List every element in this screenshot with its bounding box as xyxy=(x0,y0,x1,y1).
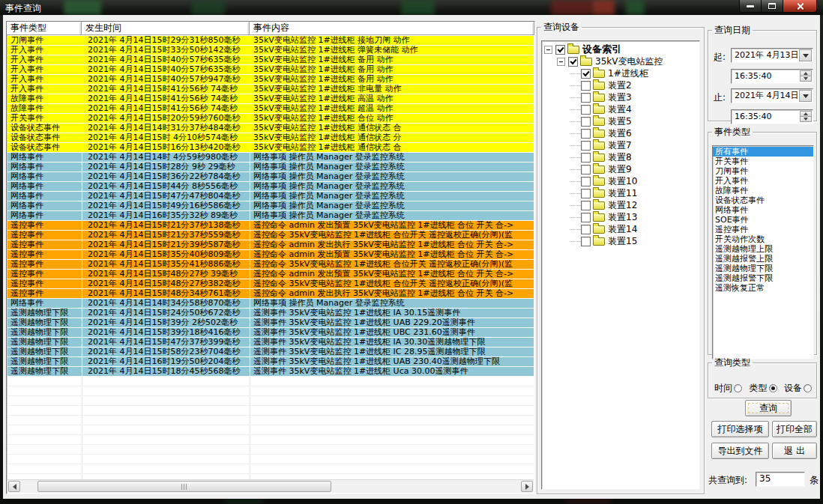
tree-item[interactable]: 装置14 xyxy=(542,223,699,235)
table-row[interactable]: 遥测越物理下限2021年 4月14日15时24分50秒672毫秒遥测事件 35k… xyxy=(7,309,534,318)
tree-item[interactable]: 装置13 xyxy=(542,211,699,223)
dropdown-button[interactable] xyxy=(799,90,812,102)
table-row[interactable]: 遥测越物理下限2021年 4月14日15时58分23秒704毫秒遥测事件 35k… xyxy=(7,347,534,357)
table-row[interactable]: 遥测越物理下限2021年 4月14日16时19分50秒204毫秒遥测事件 35k… xyxy=(7,357,534,367)
horizontal-scrollbar[interactable] xyxy=(7,479,534,493)
checkbox[interactable] xyxy=(581,201,591,210)
tree-item[interactable]: 装置6 xyxy=(542,127,699,139)
table-row[interactable]: 遥控事件2021年 4月14日15时35分41秒886毫秒遥控命令 35kV变电… xyxy=(7,260,534,270)
result-count-field[interactable]: 35 xyxy=(756,472,805,487)
checkbox[interactable] xyxy=(581,237,591,246)
minimize-button[interactable] xyxy=(739,0,762,13)
table-row[interactable]: 遥控事件2021年 4月14日15时48分27秒 39毫秒遥控命令 admin … xyxy=(7,270,534,279)
query-type-radio[interactable]: 设备 xyxy=(784,382,812,395)
start-time-spinner[interactable]: 16:35:40 xyxy=(731,69,813,84)
event-type-option[interactable]: 遥测越报警上限 xyxy=(713,254,813,264)
checkbox[interactable] xyxy=(581,225,591,234)
tree-item[interactable]: 装置11 xyxy=(542,187,699,199)
checkbox[interactable] xyxy=(555,45,565,55)
dropdown-button[interactable] xyxy=(799,49,812,61)
checkbox[interactable] xyxy=(581,153,591,163)
start-date-dropdown[interactable]: 2021年 4月13日 xyxy=(731,48,813,63)
tree-item[interactable]: 装置10 xyxy=(542,175,699,187)
checkbox[interactable] xyxy=(581,81,591,91)
radio-button-icon[interactable] xyxy=(769,384,777,392)
tree-item[interactable]: 装置8 xyxy=(542,151,699,163)
tree-item[interactable]: 装置5 xyxy=(542,115,699,127)
tree-item[interactable]: 装置4 xyxy=(542,103,699,115)
table-row[interactable]: 网络事件2021年 4月14日15时36分22秒784毫秒网络事项 操作员 Ma… xyxy=(7,172,534,182)
event-type-listbox[interactable]: 所有事件开关事件刀闸事件开入事件故障事件设备状态事件网络事件SOE事件遥控事件开… xyxy=(712,145,814,359)
table-row[interactable]: 刀闸事件2021年 4月14日15时29分31秒850毫秒35kV变电站监控 1… xyxy=(7,36,534,46)
column-header-time[interactable]: 发生时间 xyxy=(82,22,250,35)
table-row[interactable]: 开入事件2021年 4月14日15时41分56秒 74毫秒35kV变电站监控 1… xyxy=(7,85,534,94)
checkbox[interactable] xyxy=(581,213,591,222)
table-row[interactable]: 故障事件2021年 4月14日15时41分56秒 74毫秒35kV变电站监控 1… xyxy=(7,104,534,114)
table-row[interactable]: 设备状态事件2021年 4月14日15时 4分10秒574毫秒35kV变电站监控… xyxy=(7,133,534,143)
checkbox[interactable] xyxy=(581,105,591,115)
checkbox[interactable] xyxy=(581,93,591,103)
table-row[interactable]: 网络事件2021年 4月14日15时28分 9秒 29毫秒网络事项 操作员 Ma… xyxy=(7,163,534,172)
event-type-option[interactable]: 刀闸事件 xyxy=(713,166,813,176)
tree-item[interactable]: 装置2 xyxy=(542,79,699,91)
checkbox[interactable] xyxy=(581,141,591,151)
table-row[interactable]: 设备状态事件2021年 4月14日14时31分37秒484毫秒35kV变电站监控… xyxy=(7,124,534,133)
tree-item[interactable]: 设备索引 xyxy=(542,43,699,55)
event-type-option[interactable]: 设备状态事件 xyxy=(713,195,813,205)
table-row[interactable]: 遥测越物理下限2021年 4月14日15时39分18秒416毫秒遥测事件 35k… xyxy=(7,328,534,338)
event-type-option[interactable]: 遥测越物理下限 xyxy=(713,264,813,273)
event-type-option[interactable]: 开关动作次数 xyxy=(713,234,813,244)
scroll-left-button[interactable] xyxy=(8,481,20,492)
table-row[interactable]: 故障事件2021年 4月14日15时41分56秒 74毫秒35kV变电站监控 1… xyxy=(7,94,534,104)
checkbox[interactable] xyxy=(568,57,578,67)
tree-item[interactable]: 装置15 xyxy=(542,235,699,247)
event-type-option[interactable]: 网络事件 xyxy=(713,205,813,215)
tree-item[interactable]: 装置12 xyxy=(542,199,699,211)
checkbox[interactable] xyxy=(581,177,591,186)
query-type-radio[interactable]: 类型 xyxy=(750,382,777,395)
tree-item[interactable]: 35kV变电站监控 xyxy=(542,55,699,67)
scroll-right-button[interactable] xyxy=(521,481,533,492)
checkbox[interactable] xyxy=(581,69,591,79)
table-row[interactable]: 遥控事件2021年 4月14日15时35分40秒809毫秒遥控命令 admin … xyxy=(7,250,534,260)
exit-button[interactable]: 退 出 xyxy=(772,443,817,459)
print-selected-button[interactable]: 打印选择项 xyxy=(711,421,769,437)
table-row[interactable]: 开入事件2021年 4月14日15时40分57秒947毫秒35kV变电站监控 1… xyxy=(7,75,534,85)
tree-expander-icon[interactable] xyxy=(544,46,552,54)
tree-item[interactable]: 装置3 xyxy=(542,91,699,103)
event-type-option[interactable]: 遥测恢复正常 xyxy=(713,283,813,293)
scrollbar-thumb[interactable] xyxy=(37,481,331,492)
event-type-option[interactable]: 遥测越物理上限 xyxy=(713,244,813,254)
radio-button-icon[interactable] xyxy=(734,384,742,392)
table-row[interactable]: 网络事件2021年 4月14日16时35分32秒 89毫秒网络事项 操作员 Ma… xyxy=(7,211,534,221)
end-time-spinner[interactable]: 16:35:40 xyxy=(731,109,813,124)
table-row[interactable]: 遥测越物理下限2021年 4月14日15时18分45秒568毫秒遥测事件 35k… xyxy=(7,367,534,377)
tree-item[interactable]: 1#进线柜 xyxy=(542,67,699,79)
table-row[interactable]: 遥控事件2021年 4月14日15时21分37秒559毫秒遥控命令 35kV变电… xyxy=(7,231,534,240)
table-row[interactable]: 遥控事件2021年 4月14日15时48分34秒761毫秒遥控命令 admin … xyxy=(7,289,534,299)
table-row[interactable]: 网络事件2021年 4月14日14时 4分59秒980毫秒网络事项 操作员 Ma… xyxy=(7,153,534,163)
query-button[interactable]: 查询 xyxy=(745,400,792,416)
table-row[interactable]: 设备状态事件2021年 4月14日15时16分13秒420毫秒35kV变电站监控… xyxy=(7,143,534,153)
checkbox[interactable] xyxy=(581,117,591,127)
table-row[interactable]: 开入事件2021年 4月14日15时40分57秒635毫秒35kV变电站监控 1… xyxy=(7,65,534,75)
table-row[interactable]: 网络事件2021年 4月14日15时44分 8秒556毫秒网络事项 操作员 Ma… xyxy=(7,182,534,192)
event-type-option[interactable]: 遥控事件 xyxy=(713,225,813,234)
query-type-radio[interactable]: 时间 xyxy=(714,382,742,395)
event-type-option[interactable]: 故障事件 xyxy=(713,186,813,195)
export-to-file-button[interactable]: 导出到文件 xyxy=(711,443,769,459)
tree-expander-icon[interactable] xyxy=(557,58,565,66)
checkbox[interactable] xyxy=(581,129,591,139)
print-all-button[interactable]: 打印全部 xyxy=(772,421,817,437)
end-date-dropdown[interactable]: 2021年 4月14日 xyxy=(731,88,813,103)
maximize-button[interactable] xyxy=(762,0,783,13)
table-row[interactable]: 遥控事件2021年 4月14日15时21分37秒138毫秒遥控命令 admin … xyxy=(7,221,534,231)
table-row[interactable]: 网络事件2021年 4月14日15时47分47秒804毫秒网络事项 操作员 Ma… xyxy=(7,192,534,201)
tree-item[interactable]: 装置9 xyxy=(542,163,699,175)
close-button[interactable] xyxy=(783,0,817,13)
table-row[interactable]: 遥控事件2021年 4月14日15时21分39秒587毫秒遥控命令 admin … xyxy=(7,240,534,250)
event-type-option[interactable]: SOE事件 xyxy=(713,215,813,225)
checkbox[interactable] xyxy=(581,165,591,174)
table-row[interactable]: 遥测越物理下限2021年 4月14日15时39分 2秒502毫秒遥测事件 35k… xyxy=(7,318,534,328)
checkbox[interactable] xyxy=(581,189,591,198)
